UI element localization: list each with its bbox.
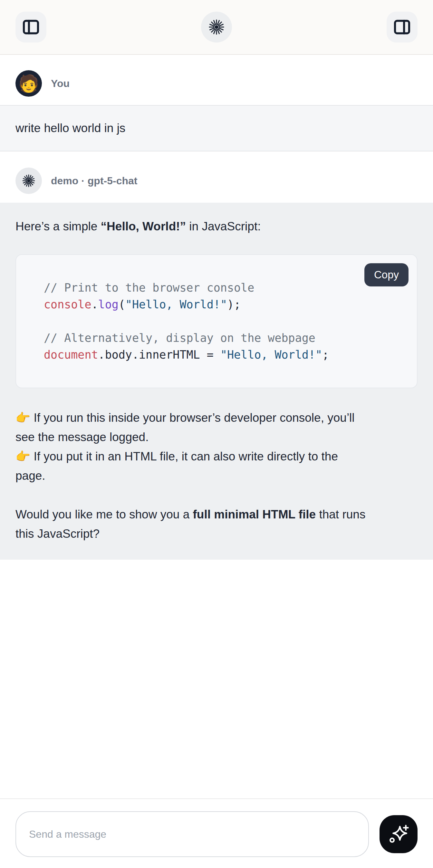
user-sender-row: 🧑 You xyxy=(0,70,433,97)
user-sender-name: You xyxy=(51,78,70,90)
assistant-paragraph: 👉 If you run this inside your browser’s … xyxy=(16,408,417,486)
app-logo-badge xyxy=(201,11,232,42)
user-message-bubble: write hello world in js xyxy=(0,105,433,151)
send-button[interactable] xyxy=(379,815,417,853)
right-panel-toggle-button[interactable] xyxy=(386,11,417,42)
copy-button[interactable]: Copy xyxy=(364,263,408,286)
top-bar xyxy=(0,0,433,55)
assistant-paragraph: Would you like me to show you a full min… xyxy=(16,505,417,544)
assistant-sender-row: demo · gpt-5-chat xyxy=(0,167,433,194)
code-block: Copy // Print to the browser consolecons… xyxy=(16,254,417,388)
panel-right-icon xyxy=(392,17,412,37)
chat-scroll-area: 🧑 You write hello world in js demo · gpt… xyxy=(0,55,433,798)
assistant-message-bubble: Here’s a simple “Hello, World!” in JavaS… xyxy=(0,203,433,560)
sidebar-toggle-button[interactable] xyxy=(16,11,47,42)
user-message-text: write hello world in js xyxy=(16,119,417,138)
assistant-intro-text: Here’s a simple “Hello, World!” in JavaS… xyxy=(16,217,417,236)
composer xyxy=(0,798,433,868)
app-root: { "topbar": { "left_button_icon": "panel… xyxy=(0,0,433,868)
starburst-avatar-icon xyxy=(21,173,36,188)
sparkles-icon xyxy=(388,824,409,845)
panel-left-icon xyxy=(21,17,41,37)
starburst-logo-icon xyxy=(208,18,225,36)
assistant-avatar xyxy=(16,167,42,194)
user-avatar: 🧑 xyxy=(16,70,42,97)
code-content: // Print to the browser consoleconsole.l… xyxy=(44,279,404,363)
user-avatar-emoji: 🧑 xyxy=(18,75,39,92)
message-input[interactable] xyxy=(16,811,369,857)
assistant-sender-name: demo · gpt-5-chat xyxy=(51,175,137,187)
